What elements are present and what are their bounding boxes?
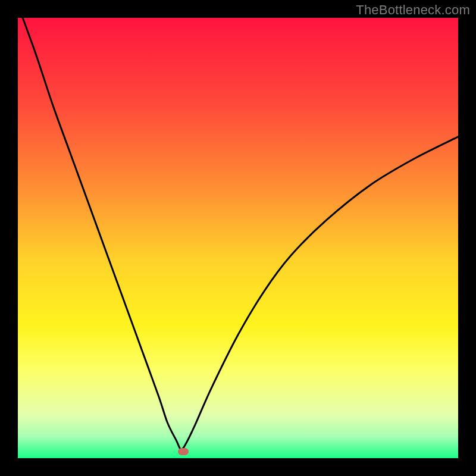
- chart-frame: TheBottleneck.com: [0, 0, 476, 476]
- watermark-text: TheBottleneck.com: [356, 2, 470, 18]
- optimal-marker: [178, 448, 189, 455]
- bottleneck-curve: [18, 18, 458, 458]
- plot-area: [18, 18, 458, 458]
